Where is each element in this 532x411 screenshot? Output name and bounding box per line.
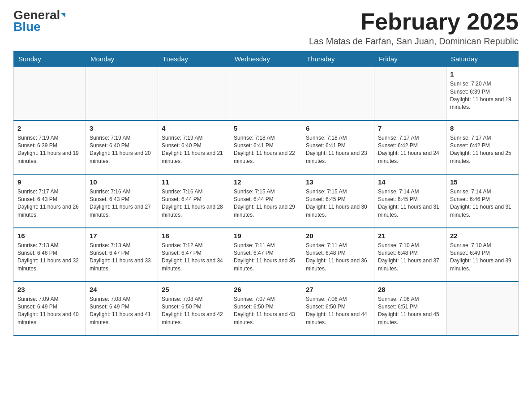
day-number: 1 — [450, 69, 515, 79]
table-row: 2Sunrise: 7:19 AM Sunset: 6:39 PM Daylig… — [14, 120, 86, 174]
table-row: 10Sunrise: 7:16 AM Sunset: 6:43 PM Dayli… — [86, 174, 158, 228]
day-number: 27 — [306, 285, 370, 294]
table-row — [374, 67, 446, 120]
day-info: Sunrise: 7:17 AM Sunset: 6:42 PM Dayligh… — [450, 134, 515, 166]
day-info: Sunrise: 7:16 AM Sunset: 6:44 PM Dayligh… — [162, 188, 226, 219]
day-number: 22 — [450, 231, 515, 240]
day-info: Sunrise: 7:11 AM Sunset: 6:47 PM Dayligh… — [234, 242, 298, 273]
day-number: 5 — [234, 124, 298, 133]
calendar-week-row: 9Sunrise: 7:17 AM Sunset: 6:43 PM Daylig… — [14, 174, 519, 228]
day-number: 6 — [306, 124, 370, 133]
day-info: Sunrise: 7:15 AM Sunset: 6:45 PM Dayligh… — [306, 188, 370, 219]
calendar-week-row: 23Sunrise: 7:09 AM Sunset: 6:49 PM Dayli… — [14, 282, 519, 335]
table-row — [302, 67, 374, 120]
table-row — [446, 282, 519, 335]
day-number: 10 — [90, 177, 154, 187]
table-row — [14, 67, 86, 120]
day-info: Sunrise: 7:19 AM Sunset: 6:40 PM Dayligh… — [162, 134, 226, 166]
header-tuesday: Tuesday — [158, 51, 230, 67]
table-row: 24Sunrise: 7:08 AM Sunset: 6:49 PM Dayli… — [86, 282, 158, 335]
table-row: 5Sunrise: 7:18 AM Sunset: 6:41 PM Daylig… — [230, 120, 302, 174]
day-number: 14 — [378, 177, 442, 187]
table-row: 22Sunrise: 7:10 AM Sunset: 6:49 PM Dayli… — [446, 228, 519, 282]
day-info: Sunrise: 7:11 AM Sunset: 6:48 PM Dayligh… — [306, 242, 370, 273]
calendar-header-row: Sunday Monday Tuesday Wednesday Thursday… — [14, 51, 519, 67]
day-info: Sunrise: 7:17 AM Sunset: 6:43 PM Dayligh… — [17, 188, 82, 219]
header-sunday: Sunday — [14, 51, 86, 67]
calendar-title: February 2025 — [309, 9, 519, 34]
day-info: Sunrise: 7:18 AM Sunset: 6:41 PM Dayligh… — [306, 134, 370, 166]
day-number: 25 — [162, 285, 226, 294]
day-info: Sunrise: 7:19 AM Sunset: 6:40 PM Dayligh… — [90, 134, 154, 166]
table-row: 28Sunrise: 7:06 AM Sunset: 6:51 PM Dayli… — [374, 282, 446, 335]
logo-blue: Blue — [13, 21, 41, 33]
day-info: Sunrise: 7:13 AM Sunset: 6:47 PM Dayligh… — [90, 242, 154, 273]
day-number: 28 — [378, 285, 442, 294]
day-number: 16 — [17, 231, 82, 240]
header-thursday: Thursday — [302, 51, 374, 67]
table-row: 23Sunrise: 7:09 AM Sunset: 6:49 PM Dayli… — [14, 282, 86, 335]
title-area: February 2025 Las Matas de Farfan, San J… — [309, 9, 519, 47]
day-number: 11 — [162, 177, 226, 187]
day-number: 8 — [450, 124, 515, 133]
day-info: Sunrise: 7:06 AM Sunset: 6:50 PM Dayligh… — [306, 295, 370, 327]
table-row: 27Sunrise: 7:06 AM Sunset: 6:50 PM Dayli… — [302, 282, 374, 335]
day-number: 19 — [234, 231, 298, 240]
table-row: 16Sunrise: 7:13 AM Sunset: 6:46 PM Dayli… — [14, 228, 86, 282]
day-info: Sunrise: 7:14 AM Sunset: 6:45 PM Dayligh… — [378, 188, 442, 219]
table-row: 3Sunrise: 7:19 AM Sunset: 6:40 PM Daylig… — [86, 120, 158, 174]
day-info: Sunrise: 7:08 AM Sunset: 6:50 PM Dayligh… — [162, 295, 226, 327]
table-row: 15Sunrise: 7:14 AM Sunset: 6:46 PM Dayli… — [446, 174, 519, 228]
table-row: 12Sunrise: 7:15 AM Sunset: 6:44 PM Dayli… — [230, 174, 302, 228]
day-number: 9 — [17, 177, 82, 187]
table-row: 14Sunrise: 7:14 AM Sunset: 6:45 PM Dayli… — [374, 174, 446, 228]
table-row — [158, 67, 230, 120]
day-info: Sunrise: 7:18 AM Sunset: 6:41 PM Dayligh… — [234, 134, 298, 166]
table-row: 21Sunrise: 7:10 AM Sunset: 6:48 PM Dayli… — [374, 228, 446, 282]
day-number: 7 — [378, 124, 442, 133]
day-number: 17 — [90, 231, 154, 240]
day-info: Sunrise: 7:16 AM Sunset: 6:43 PM Dayligh… — [90, 188, 154, 219]
day-info: Sunrise: 7:06 AM Sunset: 6:51 PM Dayligh… — [378, 295, 442, 327]
day-info: Sunrise: 7:20 AM Sunset: 6:39 PM Dayligh… — [450, 80, 515, 111]
header-monday: Monday — [86, 51, 158, 67]
day-number: 23 — [17, 285, 82, 294]
table-row — [230, 67, 302, 120]
table-row: 25Sunrise: 7:08 AM Sunset: 6:50 PM Dayli… — [158, 282, 230, 335]
logo-arrow-icon — [61, 13, 65, 17]
logo: General Blue — [13, 9, 65, 33]
table-row — [86, 67, 158, 120]
table-row: 8Sunrise: 7:17 AM Sunset: 6:42 PM Daylig… — [446, 120, 519, 174]
table-row: 19Sunrise: 7:11 AM Sunset: 6:47 PM Dayli… — [230, 228, 302, 282]
day-number: 24 — [90, 285, 154, 294]
table-row: 6Sunrise: 7:18 AM Sunset: 6:41 PM Daylig… — [302, 120, 374, 174]
day-info: Sunrise: 7:12 AM Sunset: 6:47 PM Dayligh… — [162, 242, 226, 273]
day-info: Sunrise: 7:19 AM Sunset: 6:39 PM Dayligh… — [17, 134, 82, 166]
day-info: Sunrise: 7:09 AM Sunset: 6:49 PM Dayligh… — [17, 295, 82, 327]
page-header: General Blue February 2025 Las Matas de … — [13, 9, 519, 47]
day-info: Sunrise: 7:08 AM Sunset: 6:49 PM Dayligh… — [90, 295, 154, 327]
calendar-table: Sunday Monday Tuesday Wednesday Thursday… — [13, 51, 519, 336]
day-number: 4 — [162, 124, 226, 133]
table-row: 1Sunrise: 7:20 AM Sunset: 6:39 PM Daylig… — [446, 67, 519, 120]
table-row: 13Sunrise: 7:15 AM Sunset: 6:45 PM Dayli… — [302, 174, 374, 228]
calendar-week-row: 1Sunrise: 7:20 AM Sunset: 6:39 PM Daylig… — [14, 67, 519, 120]
day-number: 12 — [234, 177, 298, 187]
table-row: 7Sunrise: 7:17 AM Sunset: 6:42 PM Daylig… — [374, 120, 446, 174]
header-saturday: Saturday — [446, 51, 519, 67]
table-row: 4Sunrise: 7:19 AM Sunset: 6:40 PM Daylig… — [158, 120, 230, 174]
day-info: Sunrise: 7:07 AM Sunset: 6:50 PM Dayligh… — [234, 295, 298, 327]
table-row: 18Sunrise: 7:12 AM Sunset: 6:47 PM Dayli… — [158, 228, 230, 282]
day-info: Sunrise: 7:17 AM Sunset: 6:42 PM Dayligh… — [378, 134, 442, 166]
day-number: 15 — [450, 177, 515, 187]
table-row: 20Sunrise: 7:11 AM Sunset: 6:48 PM Dayli… — [302, 228, 374, 282]
table-row: 17Sunrise: 7:13 AM Sunset: 6:47 PM Dayli… — [86, 228, 158, 282]
header-wednesday: Wednesday — [230, 51, 302, 67]
table-row: 11Sunrise: 7:16 AM Sunset: 6:44 PM Dayli… — [158, 174, 230, 228]
table-row: 9Sunrise: 7:17 AM Sunset: 6:43 PM Daylig… — [14, 174, 86, 228]
calendar-week-row: 16Sunrise: 7:13 AM Sunset: 6:46 PM Dayli… — [14, 228, 519, 282]
day-number: 2 — [17, 124, 82, 133]
calendar-subtitle: Las Matas de Farfan, San Juan, Dominican… — [309, 36, 519, 47]
table-row: 26Sunrise: 7:07 AM Sunset: 6:50 PM Dayli… — [230, 282, 302, 335]
calendar-week-row: 2Sunrise: 7:19 AM Sunset: 6:39 PM Daylig… — [14, 120, 519, 174]
